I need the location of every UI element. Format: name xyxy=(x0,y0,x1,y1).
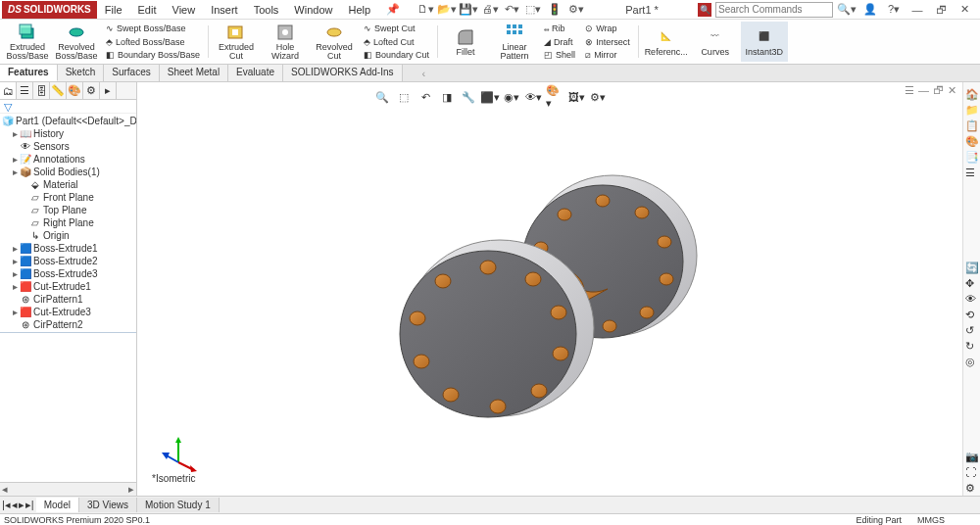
zoom-area-icon[interactable]: ⬚ xyxy=(395,88,413,106)
tree-item[interactable]: ⊛CirPattern2 xyxy=(0,318,136,331)
tree-item[interactable]: ▱Front Plane xyxy=(0,191,136,204)
graphics-area[interactable]: ☰ — 🗗 ✕ xyxy=(137,82,960,496)
menu-edit[interactable]: Edit xyxy=(130,2,165,18)
revolved-boss-button[interactable]: Revolved Boss/Base xyxy=(53,22,100,62)
tree-item[interactable]: ▸🟦Boss-Extrude2 xyxy=(0,255,136,267)
configuration-manager-tab[interactable]: 🗄 xyxy=(33,82,50,99)
tree-item[interactable]: ▸📦Solid Bodies(1) xyxy=(0,166,136,178)
tab-first-icon[interactable]: |◂ xyxy=(2,499,11,511)
apply-scene-icon[interactable]: 🖼▾ xyxy=(567,88,585,106)
display-style-icon[interactable]: ◉▾ xyxy=(503,88,520,106)
boundary-cut-button[interactable]: ◧Boundary Cut xyxy=(362,48,431,62)
extruded-cut-button[interactable]: Extruded Cut xyxy=(213,22,260,62)
gfx-close-icon[interactable]: ✕ xyxy=(948,84,956,97)
instant3d-button[interactable]: ⬛Instant3D xyxy=(741,22,788,62)
feature-manager-tab[interactable]: 🗂 xyxy=(0,82,17,99)
curves-button[interactable]: 〰Curves xyxy=(692,22,739,62)
tab-next-icon[interactable]: ▸ xyxy=(19,499,24,511)
undo-icon[interactable]: ↶▾ xyxy=(502,2,521,18)
menu-file[interactable]: File xyxy=(97,2,130,18)
gfx-menu-icon[interactable]: ☰ xyxy=(905,84,914,97)
lofted-boss-button[interactable]: ⬘Lofted Boss/Base xyxy=(104,35,202,49)
status-units[interactable]: MMGS xyxy=(917,515,945,525)
expand-icon[interactable]: ▸ xyxy=(10,256,20,266)
display-manager-tab[interactable]: 🎨 xyxy=(67,82,83,99)
tree-item[interactable]: ▸🟥Cut-Extrude1 xyxy=(0,280,136,293)
wrap-button[interactable]: ⊙Wrap xyxy=(583,22,632,35)
swept-boss-button[interactable]: ∿Swept Boss/Base xyxy=(104,22,202,35)
prev-view-icon[interactable]: ↶ xyxy=(416,88,434,106)
open-icon[interactable]: 📂▾ xyxy=(437,2,457,18)
draft-button[interactable]: ◢Draft xyxy=(542,35,577,49)
tree-item[interactable]: ▱Top Plane xyxy=(0,204,136,216)
pushpin-icon[interactable]: 📌 xyxy=(378,1,408,18)
section-view-icon[interactable]: ◨ xyxy=(438,88,456,106)
tree-item[interactable]: ▸📖History xyxy=(0,127,136,140)
tree-item[interactable]: ▸📝Annotations xyxy=(0,153,136,166)
property-manager-tab[interactable]: ☰ xyxy=(17,82,33,99)
tree-item[interactable]: 👁Sensors xyxy=(0,140,136,153)
settings-icon[interactable]: ⚙ xyxy=(965,482,979,496)
expand-icon[interactable]: ▸ xyxy=(10,281,20,292)
expand-icon[interactable]: ▸ xyxy=(10,154,20,165)
search-commands-input[interactable] xyxy=(715,2,833,18)
close-icon[interactable]: ✕ xyxy=(955,2,974,18)
gfx-max-icon[interactable]: 🗗 xyxy=(933,84,944,97)
user-icon[interactable]: 👤 xyxy=(860,2,880,18)
gfx-min-icon[interactable]: — xyxy=(918,84,929,97)
ftab-surfaces[interactable]: Surfaces xyxy=(104,65,159,81)
manager-overflow[interactable]: ▸ xyxy=(100,82,117,99)
tab-prev-icon[interactable]: ◂ xyxy=(12,499,18,511)
restore-icon[interactable]: 🗗 xyxy=(931,2,951,18)
tree-item[interactable]: ▸🟥Cut-Extrude3 xyxy=(0,306,136,318)
tree-item[interactable]: ⊛CirPattern1 xyxy=(0,293,136,306)
ftab-evaluate[interactable]: Evaluate xyxy=(228,65,283,81)
ftab-sketch[interactable]: Sketch xyxy=(58,65,105,81)
zoom-fit-icon[interactable]: 🔍 xyxy=(373,88,391,106)
view-orient-icon[interactable]: ⬛▾ xyxy=(481,88,499,106)
menu-help[interactable]: Help xyxy=(340,2,378,18)
options-icon[interactable]: ⚙▾ xyxy=(566,2,586,18)
new-icon[interactable]: 🗋▾ xyxy=(416,2,435,18)
rib-button[interactable]: ⏛Rib xyxy=(542,22,577,35)
tree-scroll[interactable]: ◂▸ xyxy=(0,482,136,496)
swept-cut-button[interactable]: ∿Swept Cut xyxy=(362,22,431,35)
menu-insert[interactable]: Insert xyxy=(203,2,246,18)
properties-icon[interactable]: 📋 xyxy=(965,119,979,133)
home-icon[interactable]: 🏠 xyxy=(965,88,979,102)
edit-appear-icon[interactable]: 🎨▾ xyxy=(546,88,564,106)
rebuild-icon[interactable]: 🚦 xyxy=(545,2,564,18)
tree-item[interactable]: ▸🟦Boss-Extrude1 xyxy=(0,242,136,255)
ftab-sheet-metal[interactable]: Sheet Metal xyxy=(160,65,228,81)
pan-view-icon[interactable]: ✥ xyxy=(965,277,979,291)
rotate-view-icon[interactable]: 🔄 xyxy=(965,262,979,275)
camera-icon[interactable]: 📷 xyxy=(965,451,979,464)
fillet-button[interactable]: Fillet xyxy=(442,22,489,62)
cam-manager-tab[interactable]: ⚙ xyxy=(83,82,100,99)
extruded-boss-button[interactable]: Extruded Boss/Base xyxy=(4,22,51,62)
customprops-icon[interactable]: 📑 xyxy=(965,151,979,165)
tab-last-icon[interactable]: ▸| xyxy=(25,499,34,511)
menu-tools[interactable]: Tools xyxy=(246,2,287,18)
expand-icon[interactable]: ▸ xyxy=(10,167,20,177)
hide-show-icon[interactable]: 👁▾ xyxy=(524,88,542,106)
reset-icon[interactable]: ⟲ xyxy=(965,309,979,322)
lofted-cut-button[interactable]: ⬘Lofted Cut xyxy=(362,35,431,49)
shell-button[interactable]: ◰Shell xyxy=(542,48,577,62)
appearances-icon[interactable]: 🎨 xyxy=(965,135,979,149)
save-icon[interactable]: 💾▾ xyxy=(459,2,478,18)
tree-item[interactable]: ▱Right Plane xyxy=(0,216,136,229)
dynamic-annot-icon[interactable]: 🔧 xyxy=(460,88,477,106)
view-settings-icon[interactable]: ⚙▾ xyxy=(589,88,607,106)
help-icon[interactable]: ?▾ xyxy=(884,2,904,18)
motion-study-tab[interactable]: Motion Study 1 xyxy=(137,498,220,512)
tree-root[interactable]: 🧊Part1 (Default<<Default>_Display S xyxy=(0,115,136,127)
menu-view[interactable]: View xyxy=(165,2,204,18)
reference-geometry-button[interactable]: 📐Referenc... xyxy=(643,22,690,62)
undo-view-icon[interactable]: ↺ xyxy=(965,324,979,338)
views-icon[interactable]: 👁 xyxy=(965,293,979,307)
resources-icon[interactable]: 📁 xyxy=(965,104,979,118)
hole-wizard-button[interactable]: Hole Wizard xyxy=(262,22,309,62)
expand-icon[interactable]: ▸ xyxy=(10,268,20,279)
linear-pattern-button[interactable]: Linear Pattern xyxy=(491,22,538,62)
